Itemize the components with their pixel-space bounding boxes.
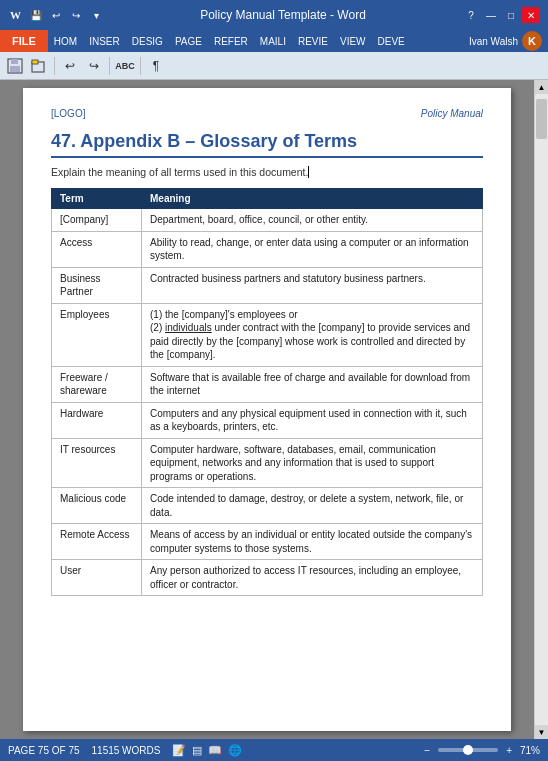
term-cell: [Company] xyxy=(52,209,142,232)
open-button[interactable] xyxy=(28,55,50,77)
logo: [LOGO] xyxy=(51,108,85,119)
redo-icon[interactable]: ↪ xyxy=(68,7,84,23)
table-row: Employees (1) the [company]'s employees … xyxy=(52,303,483,366)
table-header-meaning: Meaning xyxy=(142,189,483,209)
quick-access-icon[interactable]: ▾ xyxy=(88,7,104,23)
page-header-title: Policy Manual xyxy=(421,108,483,119)
table-row: IT resources Computer hardware, software… xyxy=(52,438,483,488)
svg-rect-4 xyxy=(10,66,20,72)
tab-insert[interactable]: INSER xyxy=(83,30,126,52)
zoom-slider[interactable] xyxy=(438,748,498,752)
toolbar-separator-3 xyxy=(140,57,141,75)
table-row: Remote Access Means of access by an indi… xyxy=(52,524,483,560)
title-bar: W 💾 ↩ ↪ ▾ Policy Manual Template - Word … xyxy=(0,0,548,30)
tab-references[interactable]: REFER xyxy=(208,30,254,52)
user-avatar[interactable]: K xyxy=(522,31,542,51)
term-cell: Business Partner xyxy=(52,267,142,303)
tab-home[interactable]: HOM xyxy=(48,30,83,52)
word-icon: W xyxy=(8,7,24,23)
page-count: PAGE 75 OF 75 xyxy=(8,745,80,756)
scrollbar-thumb[interactable] xyxy=(536,99,547,139)
toolbar-separator-2 xyxy=(109,57,110,75)
window-title: Policy Manual Template - Word xyxy=(104,8,462,22)
read-mode-icon[interactable]: 📖 xyxy=(208,744,222,757)
question-button[interactable]: ? xyxy=(462,7,480,23)
document-area: [LOGO] Policy Manual 47. Appendix B – Gl… xyxy=(0,80,534,739)
maximize-button[interactable]: □ xyxy=(502,7,520,23)
table-row: Freeware / shareware Software that is av… xyxy=(52,366,483,402)
save-icon[interactable]: 💾 xyxy=(28,7,44,23)
term-cell: Remote Access xyxy=(52,524,142,560)
close-button[interactable]: ✕ xyxy=(522,7,540,23)
glossary-table: Term Meaning [Company] Department, board… xyxy=(51,188,483,596)
undo-icon[interactable]: ↩ xyxy=(48,7,64,23)
save-button[interactable] xyxy=(4,55,26,77)
meaning-cell: Computer hardware, software, databases, … xyxy=(142,438,483,488)
meaning-cell: Software that is available free of charg… xyxy=(142,366,483,402)
web-layout-icon[interactable]: 🌐 xyxy=(228,744,242,757)
redo-button[interactable]: ↪ xyxy=(83,55,105,77)
zoom-minus[interactable]: − xyxy=(424,745,430,756)
status-icons: 📝 ▤ 📖 🌐 xyxy=(172,744,242,757)
zoom-level[interactable]: 71% xyxy=(520,745,540,756)
underlined-word: individuals xyxy=(165,322,212,333)
toolbar: ↩ ↪ ABC ¶ xyxy=(0,52,548,80)
meaning-cell: Contracted business partners and statuto… xyxy=(142,267,483,303)
scroll-up-button[interactable]: ▲ xyxy=(535,80,549,94)
meaning-cell: Ability to read, change, or enter data u… xyxy=(142,231,483,267)
table-header-term: Term xyxy=(52,189,142,209)
meaning-cell: (1) the [company]'s employees or (2) ind… xyxy=(142,303,483,366)
term-cell: Malicious code xyxy=(52,488,142,524)
term-cell: Employees xyxy=(52,303,142,366)
file-tab[interactable]: FILE xyxy=(0,30,48,52)
tab-mailings[interactable]: MAILI xyxy=(254,30,292,52)
word-count: 11515 WORDS xyxy=(92,745,161,756)
text-cursor xyxy=(308,166,309,178)
table-row: Hardware Computers and any physical equi… xyxy=(52,402,483,438)
table-row: User Any person authorized to access IT … xyxy=(52,560,483,596)
meaning-cell: Computers and any physical equipment use… xyxy=(142,402,483,438)
svg-rect-3 xyxy=(11,59,18,64)
undo-button[interactable]: ↩ xyxy=(59,55,81,77)
layout-icon[interactable]: ▤ xyxy=(192,744,202,757)
toolbar-separator xyxy=(54,57,55,75)
table-row: Access Ability to read, change, or enter… xyxy=(52,231,483,267)
term-cell: Freeware / shareware xyxy=(52,366,142,402)
tab-page[interactable]: PAGE xyxy=(169,30,208,52)
table-row: Business Partner Contracted business par… xyxy=(52,267,483,303)
ribbon-tabs: HOM INSER DESIG PAGE REFER MAILI REVIE V… xyxy=(48,30,411,52)
svg-rect-6 xyxy=(32,60,38,64)
zoom-plus[interactable]: + xyxy=(506,745,512,756)
minimize-button[interactable]: — xyxy=(482,7,500,23)
scroll-down-button[interactable]: ▼ xyxy=(535,725,549,739)
vertical-scrollbar[interactable]: ▲ ▼ xyxy=(534,80,548,739)
meaning-cell: Means of access by an individual or enti… xyxy=(142,524,483,560)
ribbon: FILE HOM INSER DESIG PAGE REFER MAILI RE… xyxy=(0,30,548,52)
meaning-cell: Any person authorized to access IT resou… xyxy=(142,560,483,596)
table-row: Malicious code Code intended to damage, … xyxy=(52,488,483,524)
tab-view[interactable]: VIEW xyxy=(334,30,372,52)
term-cell: Hardware xyxy=(52,402,142,438)
meaning-cell: Department, board, office, council, or o… xyxy=(142,209,483,232)
spell-check-button[interactable]: ABC xyxy=(114,55,136,77)
chapter-title: 47. Appendix B – Glossary of Terms xyxy=(51,131,483,158)
tab-review[interactable]: REVIE xyxy=(292,30,334,52)
tab-design[interactable]: DESIG xyxy=(126,30,169,52)
table-row: [Company] Department, board, office, cou… xyxy=(52,209,483,232)
tab-developer[interactable]: DEVE xyxy=(372,30,411,52)
title-bar-app-icons: W 💾 ↩ ↪ ▾ xyxy=(8,7,104,23)
track-changes-icon[interactable]: 📝 xyxy=(172,744,186,757)
page-header: [LOGO] Policy Manual xyxy=(51,108,483,119)
term-cell: IT resources xyxy=(52,438,142,488)
meaning-cell: Code intended to damage, destroy, or del… xyxy=(142,488,483,524)
document-page: [LOGO] Policy Manual 47. Appendix B – Gl… xyxy=(23,88,511,731)
scrollbar-track[interactable] xyxy=(535,94,548,725)
user-name: Ivan Walsh xyxy=(469,36,518,47)
zoom-thumb[interactable] xyxy=(463,745,473,755)
format-marks-button[interactable]: ¶ xyxy=(145,55,167,77)
window-controls: ? — □ ✕ xyxy=(462,7,540,23)
user-area: Ivan Walsh K xyxy=(463,31,548,51)
svg-text:W: W xyxy=(10,9,21,21)
scroll-area: [LOGO] Policy Manual 47. Appendix B – Gl… xyxy=(0,80,548,739)
chapter-subtitle: Explain the meaning of all terms used in… xyxy=(51,166,483,178)
